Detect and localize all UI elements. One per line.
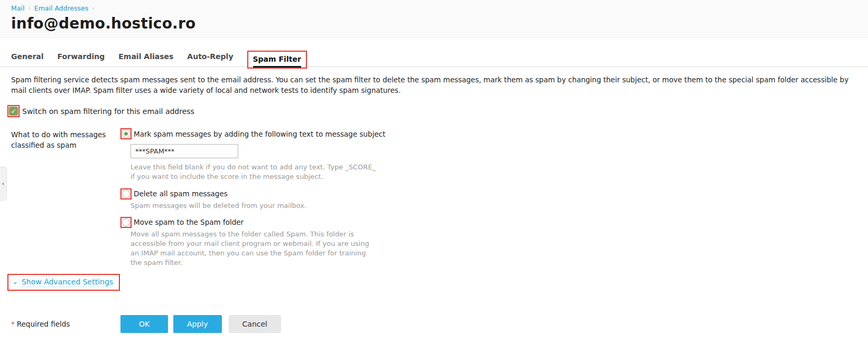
- breadcrumb-link-mail[interactable]: Mail: [11, 4, 24, 12]
- move-spam-help-text: Move all spam messages to the folder cal…: [130, 230, 379, 268]
- option-move-spam-head: Move spam to the Spam folder: [120, 217, 857, 228]
- annotation-box-advanced-link: ⌄ Show Advanced Settings: [7, 274, 120, 291]
- annotation-box-spam-switch: ✓: [7, 105, 20, 117]
- spam-switch-checkbox[interactable]: ✓: [9, 107, 18, 116]
- required-asterisk: *: [11, 320, 15, 328]
- classification-form-row: What to do with messages classified as s…: [0, 128, 868, 268]
- chevron-down-icon: ⌄: [12, 278, 18, 285]
- option-delete-spam-head: Delete all spam messages: [120, 188, 857, 199]
- action-buttons: OK Apply Cancel: [120, 315, 281, 333]
- show-advanced-settings-link[interactable]: ⌄ Show Advanced Settings: [12, 278, 113, 287]
- breadcrumb-link-email-addresses[interactable]: Email Addresses: [34, 4, 89, 12]
- radio-delete-spam[interactable]: [122, 190, 130, 198]
- annotation-box-spam-filter-tab: Spam Filter: [247, 51, 307, 69]
- annotation-box-radio-delete: [120, 188, 132, 199]
- radio-mark-subject[interactable]: [122, 130, 130, 138]
- cancel-button[interactable]: Cancel: [229, 315, 281, 333]
- option-delete-spam: Delete all spam messages Spam messages w…: [120, 188, 857, 211]
- spam-subject-text-input[interactable]: [130, 144, 238, 158]
- delete-spam-help-text: Spam messages will be deleted from your …: [130, 201, 379, 211]
- radio-move-to-spam-folder[interactable]: [122, 218, 130, 226]
- option-mark-spam-head: Mark spam messages by adding the followi…: [120, 128, 857, 139]
- page-title: info@demo.hostico.ro: [11, 15, 857, 32]
- radio-move-to-spam-folder-label[interactable]: Move spam to the Spam folder: [134, 218, 244, 226]
- required-fields-note: *Required fields: [11, 320, 120, 328]
- option-move-spam: Move spam to the Spam folder Move all sp…: [120, 217, 857, 268]
- page-header: Mail › Email Addresses › info@demo.hosti…: [0, 0, 868, 38]
- annotation-box-radio-mark: [120, 128, 132, 139]
- breadcrumb-separator-icon: ›: [92, 5, 94, 12]
- show-advanced-settings-label: Show Advanced Settings: [22, 278, 113, 287]
- spam-switch-label[interactable]: Switch on spam filtering for this email …: [22, 107, 194, 116]
- tab-general[interactable]: General: [11, 52, 44, 66]
- chevron-left-icon: ‹: [2, 180, 5, 187]
- apply-button[interactable]: Apply: [173, 315, 222, 333]
- page: Mail › Email Addresses › info@demo.hosti…: [0, 0, 868, 333]
- sidebar-collapse-handle[interactable]: ‹: [0, 167, 7, 201]
- classification-options: Mark spam messages by adding the followi…: [120, 128, 857, 268]
- option-mark-spam: Mark spam messages by adding the followi…: [120, 128, 857, 182]
- tab-forwarding[interactable]: Forwarding: [58, 52, 105, 66]
- breadcrumb: Mail › Email Addresses ›: [11, 3, 857, 13]
- advanced-settings-section: ⌄ Show Advanced Settings: [7, 274, 868, 291]
- form-footer: *Required fields OK Apply Cancel: [0, 315, 868, 333]
- radio-mark-subject-label[interactable]: Mark spam messages by adding the followi…: [134, 130, 385, 138]
- tab-email-aliases[interactable]: Email Aliases: [118, 52, 173, 66]
- annotation-box-radio-move: [120, 217, 132, 228]
- tab-bar: General Forwarding Email Aliases Auto-Re…: [0, 50, 868, 67]
- radio-delete-spam-label[interactable]: Delete all spam messages: [134, 189, 228, 198]
- tab-auto-reply[interactable]: Auto-Reply: [187, 52, 233, 66]
- breadcrumb-separator-icon: ›: [28, 5, 30, 12]
- tab-spam-filter[interactable]: Spam Filter: [253, 55, 301, 68]
- spam-filter-description: Spam filtering service detects spam mess…: [11, 75, 857, 96]
- mark-spam-help-text: Leave this field blank if you do not wan…: [130, 163, 379, 182]
- required-fields-label: Required fields: [17, 320, 70, 328]
- check-icon: ✓: [11, 108, 16, 115]
- spam-switch-row: ✓ Switch on spam filtering for this emai…: [7, 105, 857, 117]
- classification-label: What to do with messages classified as s…: [11, 128, 120, 268]
- ok-button[interactable]: OK: [120, 315, 168, 333]
